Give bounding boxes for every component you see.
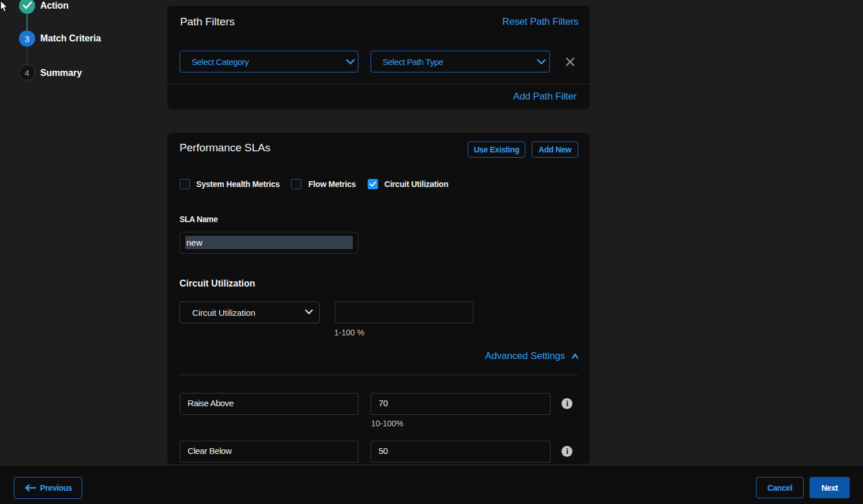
svg-text:i: i <box>566 447 568 456</box>
svg-text:i: i <box>566 399 568 408</box>
